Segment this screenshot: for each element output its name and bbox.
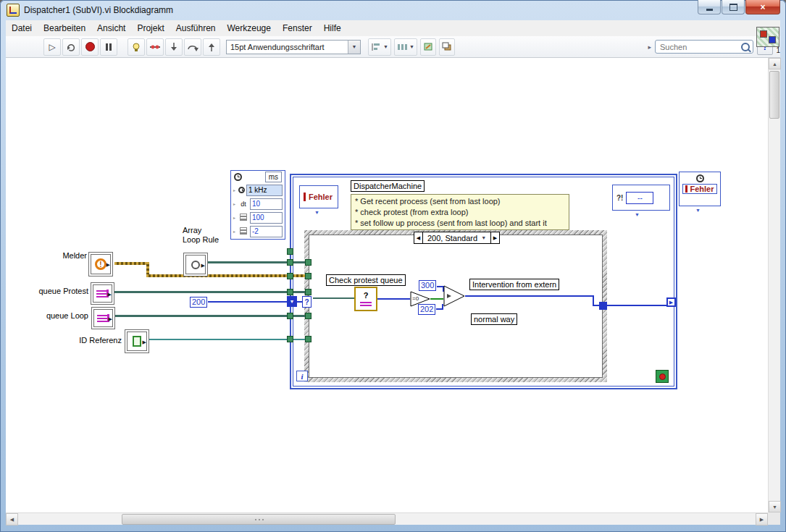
array-loop-rule-label[interactable]: Array Loop Rule bbox=[183, 226, 219, 245]
reorder-button[interactable] bbox=[439, 38, 455, 56]
menu-item-datei[interactable]: Datei bbox=[6, 21, 38, 35]
step-into-button[interactable] bbox=[165, 38, 183, 56]
search-field[interactable] bbox=[655, 40, 753, 54]
normal-way-label[interactable]: normal way bbox=[471, 313, 517, 325]
timed-loop-output-error-node[interactable]: Fehler bbox=[679, 172, 721, 206]
vi-icon[interactable] bbox=[756, 27, 779, 47]
align-objects-button[interactable]: ▼ bbox=[368, 38, 391, 56]
menu-item-hilfe[interactable]: Hilfe bbox=[318, 21, 347, 35]
constant-200[interactable]: 200 bbox=[190, 297, 207, 308]
close-button[interactable]: × bbox=[745, 0, 780, 14]
wire-select-output[interactable] bbox=[465, 295, 594, 297]
menu-item-projekt[interactable]: Projekt bbox=[131, 21, 170, 35]
font-selector[interactable]: 15pt Anwendungsschriftart ▼ bbox=[226, 40, 361, 54]
tunnel-loop-melder[interactable] bbox=[287, 273, 293, 279]
comment-box[interactable]: * Get recent process (sent from last loo… bbox=[351, 194, 569, 230]
wire-melder-seg3[interactable] bbox=[146, 274, 306, 277]
array-loop-rule-terminal[interactable]: ▶ bbox=[183, 253, 208, 276]
case-previous-icon[interactable]: ◀ bbox=[414, 232, 423, 244]
tunnel-case-melder[interactable] bbox=[305, 273, 312, 279]
scroll-left-button[interactable]: ◀ bbox=[6, 513, 18, 525]
wire-dequeue-input[interactable] bbox=[313, 297, 354, 299]
run-button[interactable]: ▷ bbox=[43, 38, 61, 56]
horizontal-scrollbar[interactable]: ◀ ▶ bbox=[6, 512, 768, 525]
right-node-dropdown-icon[interactable]: ▼ bbox=[635, 212, 640, 217]
timed-loop-config-node[interactable]: ms ▸ 1 kHz ▸ dt 10 ▸ 100 ▸ -2 bbox=[230, 170, 285, 240]
case-next-icon[interactable]: ▶ bbox=[490, 232, 500, 244]
left-node-dropdown-icon[interactable]: ▼ bbox=[314, 210, 319, 215]
maximize-button[interactable] bbox=[722, 0, 745, 14]
wire-dequeue-output[interactable] bbox=[377, 298, 410, 300]
scroll-down-button[interactable]: ▼ bbox=[769, 501, 781, 512]
menu-item-ansicht[interactable]: Ansicht bbox=[91, 21, 131, 35]
loop-stop-terminal[interactable] bbox=[656, 370, 669, 383]
melder-label[interactable]: Melder bbox=[33, 251, 87, 261]
wire-queue-protest[interactable] bbox=[114, 291, 306, 293]
timer-priority-value[interactable]: -2 bbox=[250, 226, 283, 237]
pause-button[interactable] bbox=[100, 38, 117, 56]
tunnel-loop-output[interactable]: ▶ bbox=[666, 297, 676, 307]
timer-row-period[interactable]: ▸ 100 bbox=[231, 211, 285, 224]
wire-queue-loop[interactable] bbox=[115, 315, 306, 317]
timer-row-source[interactable]: ▸ 1 kHz bbox=[231, 183, 285, 197]
queue-loop-terminal[interactable]: ▶ bbox=[91, 307, 115, 329]
tunnel-case-queue-protest[interactable] bbox=[305, 289, 312, 295]
queue-protest-terminal[interactable]: ▶ bbox=[91, 282, 114, 305]
search-icon[interactable] bbox=[741, 43, 750, 51]
highlight-execution-button[interactable] bbox=[127, 38, 145, 56]
queue-loop-label[interactable]: queue Loop bbox=[35, 311, 88, 321]
tunnel-case-queue-loop[interactable] bbox=[305, 313, 312, 319]
timer-row-priority[interactable]: ▸ -2 bbox=[231, 224, 285, 238]
case-selector[interactable]: ◀ 200, Standard ▼ ▶ bbox=[414, 232, 500, 244]
tunnel-loop-id-referenz[interactable] bbox=[287, 336, 293, 342]
tunnel-loop-queue-loop[interactable] bbox=[287, 313, 293, 319]
wire-boolean-compare[interactable] bbox=[430, 298, 443, 300]
compare-node[interactable]: =0 bbox=[410, 291, 430, 307]
tunnel-loop-array-loop-rule[interactable] bbox=[287, 259, 293, 266]
menu-item-bearbeiten[interactable]: Bearbeiten bbox=[38, 21, 91, 35]
timer-period-value[interactable]: 100 bbox=[250, 212, 283, 224]
timer-clock-source[interactable]: 1 kHz bbox=[246, 185, 283, 196]
horizontal-scroll-thumb[interactable] bbox=[122, 514, 396, 525]
menu-item-werkzeuge[interactable]: Werkzeuge bbox=[221, 21, 276, 35]
clean-up-diagram-button[interactable] bbox=[420, 38, 436, 56]
id-referenz-label[interactable]: ID Referenz bbox=[52, 336, 122, 345]
tunnel-loop-rate[interactable]: ▼ bbox=[287, 296, 297, 307]
queue-status-node[interactable]: ? bbox=[354, 287, 377, 311]
tunnel-loop-queue-protest[interactable] bbox=[287, 289, 293, 295]
timed-loop-left-error-node[interactable]: Fehler bbox=[299, 185, 338, 208]
search-collapse-toggle[interactable]: ▸ bbox=[648, 43, 651, 51]
abort-button[interactable] bbox=[81, 38, 99, 56]
select-node[interactable] bbox=[443, 285, 465, 307]
timer-row-dt[interactable]: ▸ dt 10 bbox=[231, 197, 285, 211]
timed-loop-right-node[interactable]: ?! -- bbox=[612, 185, 670, 211]
wire-melder-seg1[interactable] bbox=[114, 262, 149, 265]
wire-rate-200[interactable] bbox=[208, 301, 288, 303]
block-diagram-canvas[interactable]: ▼ ? ▶ Melder ! ▶ queue Protest ▶ queue L… bbox=[6, 58, 768, 512]
tunnel-case-id-referenz[interactable] bbox=[305, 336, 312, 342]
tunnel-loop-input[interactable] bbox=[287, 248, 293, 255]
machine-title-label[interactable]: DispatcherMachine bbox=[351, 180, 425, 192]
titlebar[interactable]: Dispatcher1 (SubVI).vi Blockdiagramm bbox=[0, 0, 786, 20]
id-referenz-terminal[interactable]: ▶ bbox=[125, 329, 149, 353]
vertical-scrollbar[interactable]: ▲ ▼ bbox=[768, 58, 780, 512]
output-node-dropdown-icon[interactable]: ▼ bbox=[695, 208, 701, 213]
iteration-terminal[interactable]: i bbox=[296, 371, 308, 381]
queue-protest-label[interactable]: queue Protest bbox=[26, 287, 88, 296]
step-out-button[interactable] bbox=[203, 38, 220, 56]
check-protest-label[interactable]: Check protest queue bbox=[326, 274, 406, 286]
timer-dt-value[interactable]: 10 bbox=[250, 198, 283, 210]
tunnel-case-output[interactable] bbox=[599, 302, 607, 310]
step-over-button[interactable] bbox=[184, 38, 201, 56]
intervention-label[interactable]: Intervention from extern bbox=[469, 279, 559, 290]
vertical-scroll-thumb[interactable] bbox=[769, 71, 779, 119]
constant-300[interactable]: 300 bbox=[419, 280, 436, 291]
wire-id-referenz[interactable] bbox=[149, 339, 306, 340]
font-selector-dropdown-icon[interactable]: ▼ bbox=[348, 41, 360, 54]
run-continuous-button[interactable] bbox=[62, 38, 80, 56]
wire-case-to-loop-tunnel[interactable] bbox=[607, 305, 668, 306]
tunnel-case-array-loop-rule[interactable] bbox=[305, 259, 312, 266]
minimize-button[interactable] bbox=[698, 0, 721, 14]
retain-wire-values-button[interactable] bbox=[146, 38, 164, 56]
case-selector-terminal[interactable]: ? bbox=[302, 296, 312, 308]
